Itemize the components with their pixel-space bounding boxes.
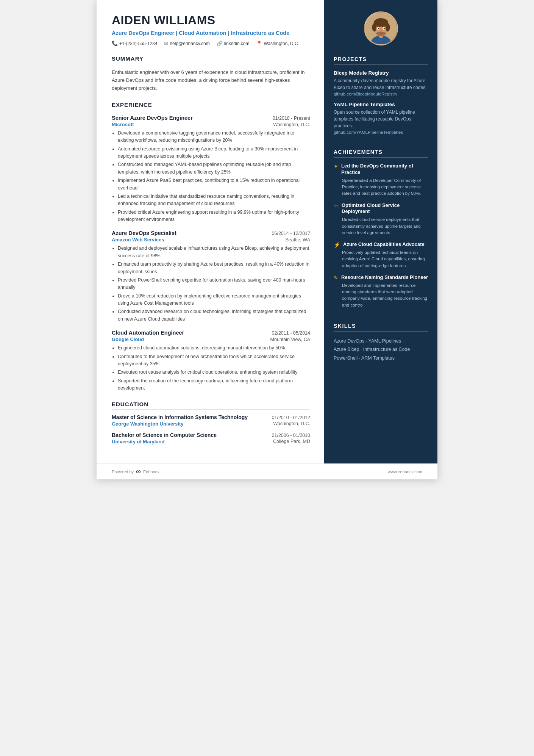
- exp-title-microsoft: Senior Azure DevOps Engineer: [112, 115, 193, 121]
- svg-point-6: [386, 23, 390, 31]
- bullet: Automated resource provisioning using Az…: [118, 146, 310, 160]
- edu-location-umd: College Park, MD: [273, 439, 310, 445]
- bullet: Enhanced team productivity by sharing Az…: [118, 261, 310, 275]
- exp-bullets-google: Engineered cloud automation solutions, d…: [112, 344, 310, 392]
- svg-point-5: [372, 23, 376, 31]
- exp-dates-microsoft: 01/2018 - Present: [273, 116, 310, 121]
- exp-company-row-microsoft: Microsoft Washington, D.C.: [112, 122, 310, 127]
- resume-body: AIDEN WILLIAMS Azure DevOps Engineer | C…: [97, 0, 437, 463]
- achievements-title: ACHIEVEMENTS: [334, 149, 428, 158]
- achievement-header-naming: ✎ Resource Naming Standards Pioneer: [334, 274, 428, 281]
- project-link-yaml: github.com/YAMLPipelineTemplates: [334, 130, 428, 135]
- name-section: AIDEN WILLIAMS Azure DevOps Engineer | C…: [112, 14, 310, 46]
- svg-point-12: [376, 31, 386, 36]
- projects-section: PROJECTS Bicep Module Registry A communi…: [334, 56, 428, 140]
- svg-point-9: [378, 28, 379, 29]
- achievement-desc-azure: Proactively updated technical teams on e…: [342, 249, 428, 269]
- achievement-header-cloud: ☆ Optimized Cloud Service Deployment: [334, 202, 428, 215]
- bullet: Designed and deployed scalable infrastru…: [118, 245, 310, 260]
- exp-bullets-aws: Designed and deployed scalable infrastru…: [112, 245, 310, 323]
- skills-title: SKILLS: [334, 323, 428, 332]
- achievement-title-azure: Azure Cloud Capabilities Advocate: [343, 241, 425, 248]
- education-section: EDUCATION Master of Science in Informati…: [112, 401, 310, 445]
- phone-icon: 📞: [112, 41, 118, 46]
- phone-item: 📞 +1-(234)-555-1234: [112, 41, 157, 46]
- exp-company-aws: Amazon Web Services: [112, 237, 164, 243]
- email-item: ✉ help@enhancv.com: [164, 41, 209, 46]
- edu-dates-gwu: 01/2010 - 01/2012: [272, 415, 310, 420]
- email-address: help@enhancv.com: [170, 41, 209, 46]
- edu-school-gwu: George Washington University: [112, 421, 184, 427]
- edu-item-umd: Bachelor of Science in Computer Science …: [112, 432, 310, 445]
- exp-company-row-google: Google Cloud Mountain View, CA: [112, 337, 310, 342]
- candidate-subtitle: Azure DevOps Engineer | Cloud Automation…: [112, 29, 310, 37]
- linkedin-icon: 🔗: [217, 41, 223, 46]
- exp-dates-aws: 06/2014 - 12/2017: [272, 231, 310, 236]
- bullet: Constructed and managed YAML-based pipel…: [118, 161, 310, 176]
- location-text: Washington, D.C.: [264, 41, 299, 46]
- exp-location-aws: Seattle, WA: [285, 237, 310, 243]
- candidate-name: AIDEN WILLIAMS: [112, 14, 310, 27]
- exp-company-row-aws: Amazon Web Services Seattle, WA: [112, 237, 310, 243]
- achievement-header-azure: ⚡ Azure Cloud Capabilities Advocate: [334, 241, 428, 248]
- footer-website: www.enhancv.com: [388, 470, 422, 474]
- experience-title: EXPERIENCE: [112, 102, 310, 110]
- exp-bullets-microsoft: Developed a comprehensive tagging govern…: [112, 130, 310, 224]
- project-link-bicep: github.com/BicepModuleRegistry: [334, 92, 428, 96]
- summary-title: SUMMARY: [112, 55, 310, 64]
- summary-text: Enthusiastic engineer with over 6 years …: [112, 69, 310, 92]
- achievement-title-naming: Resource Naming Standards Pioneer: [341, 274, 428, 281]
- achievement-desc-devops: Spearheaded a Developer Community of Pra…: [342, 177, 428, 197]
- powered-by-label: Powered by: [112, 470, 134, 474]
- edu-header-umd: Bachelor of Science in Computer Science …: [112, 432, 310, 438]
- bullet: Executed root cause analysis for critica…: [118, 369, 310, 376]
- bullet: Provided critical Azure engineering supp…: [118, 209, 310, 224]
- skills-line-2: Azure Bicep · Infrastructure as Code ·: [334, 347, 412, 352]
- achievement-icon-azure: ⚡: [334, 242, 340, 248]
- exp-location-google: Mountain View, CA: [270, 337, 310, 342]
- achievement-icon-cloud: ☆: [334, 203, 339, 209]
- exp-location-microsoft: Washington, D.C.: [273, 122, 311, 127]
- avatar-wrapper: [334, 11, 428, 45]
- avatar: [364, 11, 398, 45]
- exp-item-microsoft: Senior Azure DevOps Engineer 01/2018 - P…: [112, 115, 310, 224]
- skills-line-3: PowerShell · ARM Templates: [334, 355, 395, 361]
- linkedin-item: 🔗 linkedin.com: [217, 41, 250, 46]
- summary-section: SUMMARY Enthusiastic engineer with over …: [112, 55, 310, 92]
- exp-header-aws: Azure DevOps Specialist 06/2014 - 12/201…: [112, 230, 310, 236]
- edu-degree-umd: Bachelor of Science in Computer Science: [112, 432, 268, 438]
- bullet: Provided PowerShell scripting expertise …: [118, 277, 310, 291]
- exp-item-google: Cloud Automation Engineer 02/2011 - 05/2…: [112, 330, 310, 392]
- experience-section: EXPERIENCE Senior Azure DevOps Engineer …: [112, 102, 310, 392]
- project-desc-bicep: A community-driven module registry for A…: [334, 77, 428, 91]
- exp-dates-google: 02/2011 - 05/2014: [272, 330, 310, 336]
- edu-school-umd: University of Maryland: [112, 439, 164, 445]
- achievement-item-cloud: ☆ Optimized Cloud Service Deployment Dir…: [334, 202, 428, 236]
- exp-item-aws: Azure DevOps Specialist 06/2014 - 12/201…: [112, 230, 310, 323]
- avatar-svg: [365, 11, 397, 45]
- exp-company-microsoft: Microsoft: [112, 122, 134, 127]
- achievements-section: ACHIEVEMENTS ✶ Led the DevOps Community …: [334, 149, 428, 314]
- contact-row: 📞 +1-(234)-555-1234 ✉ help@enhancv.com 🔗…: [112, 41, 310, 46]
- bullet: Drove a 10% cost reduction by implementi…: [118, 293, 310, 307]
- svg-point-10: [384, 28, 385, 29]
- achievement-desc-naming: Developed and implemented resource namin…: [342, 282, 428, 308]
- edu-location-gwu: Washington, D.C.: [273, 421, 311, 427]
- bullet: Engineered cloud automation solutions, d…: [118, 344, 310, 352]
- exp-title-aws: Azure DevOps Specialist: [112, 230, 176, 236]
- edu-header-gwu: Master of Science in Information Systems…: [112, 414, 310, 420]
- exp-header-google: Cloud Automation Engineer 02/2011 - 05/2…: [112, 330, 310, 336]
- edu-item-gwu: Master of Science in Information Systems…: [112, 414, 310, 427]
- footer-logo: Powered by ∞ Enhancv: [112, 468, 159, 476]
- achievement-header-devops: ✶ Led the DevOps Community of Practice: [334, 163, 428, 176]
- right-column: PROJECTS Bicep Module Registry A communi…: [324, 0, 437, 463]
- achievement-title-cloud: Optimized Cloud Service Deployment: [342, 202, 428, 215]
- location-item: 📍 Washington, D.C.: [256, 41, 299, 46]
- brand-name: Enhancv: [143, 470, 159, 474]
- exp-header-microsoft: Senior Azure DevOps Engineer 01/2018 - P…: [112, 115, 310, 121]
- project-item-yaml: YAML Pipeline Templates Open source coll…: [334, 102, 428, 135]
- skills-text: Azure DevOps · YAML Pipelines · Azure Bi…: [334, 337, 428, 363]
- project-title-yaml: YAML Pipeline Templates: [334, 102, 428, 107]
- edu-degree-gwu: Master of Science in Information Systems…: [112, 414, 268, 420]
- project-desc-yaml: Open source collection of YAML pipeline …: [334, 109, 428, 129]
